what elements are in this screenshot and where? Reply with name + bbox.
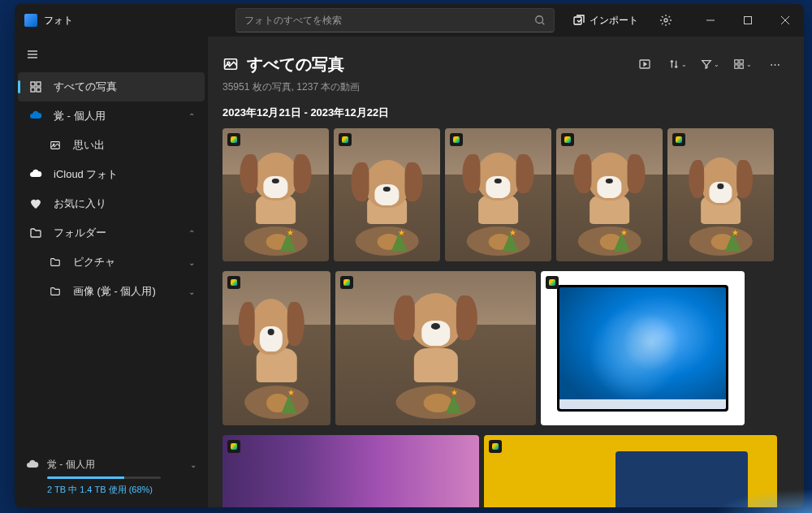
photo-thumbnail[interactable]: ★ <box>334 128 440 261</box>
photo-thumbnail[interactable] <box>484 435 777 507</box>
main-header: すべての写真 ⌄ ⌄ ⌄ ⋯ <box>222 51 789 77</box>
grid-view-icon <box>733 58 745 70</box>
grid-icon <box>29 80 42 93</box>
filter-button[interactable]: ⌄ <box>695 51 724 77</box>
date-group-header: 2023年12月21日 - 2023年12月22日 <box>222 106 789 120</box>
view-button[interactable]: ⌄ <box>728 51 757 77</box>
storage-fill <box>47 476 124 479</box>
gear-icon <box>659 14 672 27</box>
sidebar-item-onedrive[interactable]: 覚 - 個人用 ⌃ <box>18 101 205 131</box>
storage-usage-text[interactable]: 2 TB 中 1.4 TB 使用 (68%) <box>47 484 197 496</box>
svg-rect-20 <box>734 60 737 63</box>
search-input[interactable] <box>244 15 534 26</box>
photo-grid-row-3 <box>222 435 789 507</box>
sort-button[interactable]: ⌄ <box>663 51 692 77</box>
main-content: すべての写真 ⌄ ⌄ ⌄ ⋯ 35951 枚の写真, 1237 本の動画 202… <box>208 37 804 507</box>
app-icon <box>24 14 37 27</box>
sidebar-item-label: iCloud フォト <box>54 167 195 182</box>
chevron-up-icon: ⌃ <box>188 112 195 121</box>
photo-thumbnail[interactable]: ★ <box>445 128 551 261</box>
filter-icon <box>701 58 712 70</box>
play-icon <box>638 58 651 71</box>
settings-button[interactable] <box>651 8 680 32</box>
sidebar-item-label: 画像 (覚 - 個人用) <box>73 284 188 299</box>
storage-account-label: 覚 - 個人用 <box>47 458 190 472</box>
sort-icon <box>668 58 680 70</box>
svg-rect-22 <box>734 65 737 68</box>
icloud-badge-icon <box>450 133 463 146</box>
photo-thumbnail[interactable]: ★ <box>222 271 330 425</box>
icloud-badge-icon <box>561 133 574 146</box>
icloud-badge-icon <box>339 133 352 146</box>
maximize-button[interactable] <box>729 4 767 37</box>
folder-icon <box>29 226 42 239</box>
photo-thumbnail[interactable]: ★ <box>335 271 536 425</box>
sidebar-item-label: お気に入り <box>54 196 195 211</box>
more-button[interactable]: ⋯ <box>760 51 789 77</box>
sidebar-item-favorites[interactable]: お気に入り <box>18 189 205 218</box>
import-button[interactable]: インポート <box>564 10 646 32</box>
cloud-icon <box>29 110 42 123</box>
sidebar-item-memories[interactable]: 思い出 <box>18 131 205 160</box>
app-window: フォト インポート <box>15 4 804 507</box>
sidebar-item-images-personal[interactable]: 画像 (覚 - 個人用) ⌄ <box>18 277 205 306</box>
titlebar-actions: インポート <box>564 4 804 37</box>
more-icon: ⋯ <box>770 58 780 71</box>
svg-rect-14 <box>37 88 41 92</box>
folder-icon <box>49 256 62 269</box>
photo-thumbnail[interactable]: ★ <box>556 128 663 261</box>
icloud-badge-icon <box>546 276 559 289</box>
heart-icon <box>29 197 42 210</box>
photo-thumbnail[interactable]: ★ <box>667 128 774 261</box>
import-icon <box>572 14 585 27</box>
search-box[interactable] <box>235 8 555 32</box>
icloud-badge-icon <box>227 133 240 146</box>
svg-rect-5 <box>745 17 752 24</box>
chevron-down-icon: ⌄ <box>190 460 197 469</box>
body: すべての写真 覚 - 個人用 ⌃ 思い出 iCloud フォト お気に入り <box>15 37 804 507</box>
storage-account[interactable]: 覚 - 個人用 ⌄ <box>26 458 197 472</box>
sidebar-item-label: すべての写真 <box>54 80 195 94</box>
titlebar: フォト インポート <box>15 4 804 37</box>
hamburger-button[interactable] <box>16 40 49 69</box>
sidebar-item-label: フォルダー <box>54 226 188 240</box>
sidebar-item-pictures[interactable]: ピクチャ ⌄ <box>18 248 205 277</box>
icloud-badge-icon <box>672 133 685 146</box>
header-actions: ⌄ ⌄ ⌄ ⋯ <box>630 51 789 77</box>
chevron-down-icon: ⌄ <box>188 258 195 267</box>
icloud-badge-icon <box>227 440 240 453</box>
icloud-badge-icon <box>489 440 502 453</box>
photo-thumbnail[interactable]: ★ <box>222 128 329 261</box>
icloud-badge-icon <box>340 276 353 289</box>
svg-line-1 <box>542 23 545 25</box>
sparkle-icon <box>49 139 62 152</box>
sidebar-item-all-photos[interactable]: すべての写真 <box>18 72 205 101</box>
sidebar-item-label: 思い出 <box>73 138 195 153</box>
search-icon[interactable] <box>534 15 546 26</box>
sidebar: すべての写真 覚 - 個人用 ⌃ 思い出 iCloud フォト お気に入り <box>15 37 208 507</box>
sidebar-item-folders[interactable]: フォルダー ⌃ <box>18 218 205 248</box>
app-title: フォト <box>44 14 73 28</box>
chevron-down-icon: ⌄ <box>188 287 195 296</box>
minimize-button[interactable] <box>692 4 729 37</box>
svg-rect-12 <box>37 82 41 86</box>
photo-thumbnail[interactable] <box>541 271 745 425</box>
svg-point-3 <box>664 19 667 22</box>
close-button[interactable] <box>767 4 804 37</box>
cloud-icon <box>26 459 39 472</box>
svg-rect-11 <box>31 82 35 86</box>
photo-thumbnail[interactable] <box>222 435 479 507</box>
page-title: すべての写真 <box>247 54 344 75</box>
chevron-up-icon: ⌃ <box>188 229 195 238</box>
page-subtitle: 35951 枚の写真, 1237 本の動画 <box>222 80 789 94</box>
sidebar-footer: 覚 - 個人用 ⌄ 2 TB 中 1.4 TB 使用 (68%) <box>15 450 208 507</box>
storage-bar <box>47 476 161 479</box>
window-controls <box>692 4 804 37</box>
icloud-badge-icon <box>227 276 240 289</box>
photo-grid-row-1: ★ ★ ★ ★ ★ <box>222 128 789 261</box>
sidebar-item-icloud[interactable]: iCloud フォト <box>18 160 205 189</box>
svg-rect-21 <box>739 60 742 63</box>
svg-rect-13 <box>31 88 35 92</box>
slideshow-button[interactable] <box>630 51 659 77</box>
hamburger-icon <box>26 48 39 61</box>
